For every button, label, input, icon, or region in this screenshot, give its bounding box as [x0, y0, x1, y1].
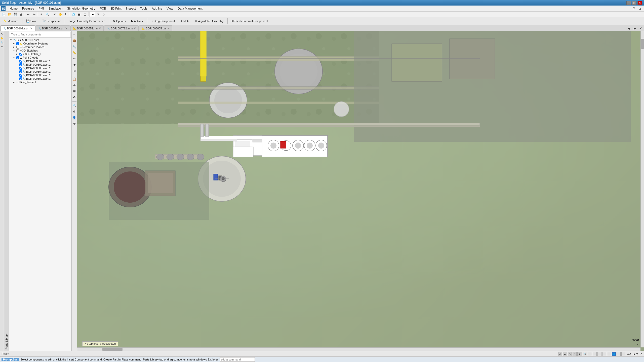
qt-print[interactable]: 🖨	[18, 12, 24, 17]
tab-close-1[interactable]: ✕	[65, 27, 67, 30]
tree-item-root[interactable]: ▼ 🔧 BGR-000101.asm	[9, 38, 71, 42]
qt-zoom[interactable]: 🔍	[45, 12, 50, 17]
tab-bgr003005[interactable]: 📐 BGR-003005.par ✕	[139, 25, 172, 31]
check-coord[interactable]	[16, 42, 19, 45]
ribbon-activate[interactable]: ▶ Activate	[129, 18, 146, 24]
check-501[interactable]	[19, 60, 22, 63]
check-sketch[interactable]	[16, 49, 19, 52]
close-button[interactable]: ✕	[637, 1, 642, 5]
menu-tools[interactable]: Tools	[138, 6, 149, 11]
app-icon[interactable]: SE	[1, 6, 6, 11]
tree-3d-sketches[interactable]: ▼ ✏ 3D Sketches	[9, 49, 71, 52]
menu-simulation-geometry[interactable]: Simulation Geometry	[65, 6, 97, 11]
menu-inspect[interactable]: Inspect	[124, 6, 138, 11]
menu-features[interactable]: Features	[20, 6, 36, 11]
left-tool-zoom[interactable]: 🔍	[0, 41, 4, 44]
left-tool-rotate[interactable]: ↻	[0, 45, 4, 49]
ribbon-large-assembly[interactable]: Large Assembly Performance	[66, 19, 107, 24]
scrollbar-thumb-v[interactable]	[641, 39, 644, 49]
qt-save[interactable]: 💾	[13, 12, 18, 17]
scrollbar-thumb-h[interactable]	[102, 348, 123, 351]
ribbon-measure[interactable]: 📏 Measure	[1, 18, 21, 24]
command-input[interactable]	[220, 357, 255, 362]
tab-bgr000101[interactable]: 🔧 BGR-000101.asm ✕	[1, 25, 35, 31]
ribbon-mate[interactable]: ⊕ Mate	[178, 18, 192, 24]
check-505[interactable]	[19, 74, 22, 77]
check-sk1[interactable]	[19, 53, 22, 56]
check-500[interactable]	[19, 77, 22, 80]
viewport[interactable]: No top level part selected TOP ▼	[77, 31, 644, 351]
qt-shaded[interactable]: ◼	[76, 12, 82, 17]
tab-bgr000712[interactable]: 🔧 BGR-000712.asm ✕	[104, 25, 139, 31]
icon-strip-replace[interactable]: ♻	[72, 95, 77, 100]
qt-open[interactable]: 📂	[7, 12, 12, 17]
scrollbar-horizontal[interactable]	[77, 347, 640, 351]
icon-strip-user[interactable]: 👤	[72, 115, 77, 120]
tree-bgr000501[interactable]: 🔧 BGR-000501.asm:1	[9, 59, 71, 63]
tab-close-3[interactable]: ✕	[134, 27, 136, 30]
check-504[interactable]	[19, 70, 22, 73]
tree-reference-planes[interactable]: ▶ ▭ Reference Planes	[9, 45, 71, 49]
icon-strip-properties[interactable]: 📋	[72, 77, 77, 82]
left-tool-select[interactable]: ↖	[0, 32, 4, 36]
tree-bgr000504[interactable]: 🔧 BGR-000504.asm:1	[9, 70, 71, 73]
ribbon-minimize-button[interactable]: ▲	[637, 6, 643, 11]
check-502[interactable]	[19, 63, 22, 66]
ribbon-perspective[interactable]: 🔭 Perspective	[40, 18, 63, 24]
menu-3dprint[interactable]: 3D Print	[108, 6, 123, 11]
tab-close-0[interactable]: ✕	[30, 27, 32, 30]
icon-strip-mate[interactable]: ⊕	[72, 83, 77, 88]
ribbon-save[interactable]: 💾 Save	[24, 18, 39, 24]
parts-search-input[interactable]	[10, 32, 70, 37]
tab-bgr000756[interactable]: 🔧 BGR-000756.asm ✕	[35, 25, 70, 31]
menu-home[interactable]: Home	[8, 6, 20, 11]
qt-new[interactable]: 📄	[1, 12, 7, 17]
tab-next[interactable]: ▶	[632, 26, 637, 31]
menu-pmi[interactable]: PMI	[36, 6, 46, 11]
menu-pcb[interactable]: PCB	[98, 6, 108, 11]
ribbon-adjustable-assembly[interactable]: ⇔ Adjustable Assembly	[193, 18, 226, 24]
menu-datamanagement[interactable]: Data Management	[176, 6, 205, 11]
icon-strip-parts[interactable]: 📦	[72, 38, 77, 43]
ribbon-create-internal[interactable]: ⊞ Create Internal Component	[229, 18, 270, 24]
tab-prev[interactable]: ◀	[626, 26, 631, 31]
tree-bgr000500[interactable]: 🔧 BGR-000500.asm:1	[9, 77, 71, 80]
ribbon-options[interactable]: ⚙ Options	[111, 18, 128, 24]
qt-undo[interactable]: ↩	[26, 12, 31, 17]
check-pc[interactable]	[16, 56, 19, 59]
ribbon-drag-component[interactable]: ↕ Drag Component	[149, 19, 177, 24]
scrollbar-vertical[interactable]	[640, 31, 644, 347]
tab-close-2[interactable]: ✕	[99, 27, 101, 30]
tree-coordinate-systems[interactable]: ▶ 📐 Coordinate Systems	[9, 42, 71, 45]
left-tool-pan[interactable]: ✋	[0, 36, 4, 40]
icon-strip-view[interactable]: 👁	[72, 62, 77, 67]
qt-more[interactable]: ▷	[101, 12, 107, 17]
tree-point-clouds[interactable]: ▼ ☁ Point Clouds	[9, 56, 71, 59]
icon-strip-measure[interactable]: 📏	[72, 50, 77, 55]
menu-addins[interactable]: Add Ins	[150, 6, 164, 11]
tree-bgr000503[interactable]: 🔧 BGR-000503.asm:1	[9, 66, 71, 70]
icon-strip-tools[interactable]: 🔧	[72, 44, 77, 49]
tab-close-4[interactable]: ✕	[168, 27, 170, 30]
icon-strip-settings[interactable]: ⚙	[72, 109, 77, 114]
view-dropdown[interactable]	[90, 12, 95, 17]
qt-redo[interactable]: ↪	[31, 12, 37, 17]
tree-3dsketch1[interactable]: ▶ ✏ 3D Sketch_1	[9, 52, 71, 56]
icon-strip-display[interactable]: 🖥	[72, 68, 77, 73]
qt-fit[interactable]: ⤢	[52, 12, 57, 17]
icon-strip-bottom[interactable]: ⊗	[72, 121, 77, 126]
tab-close-all[interactable]: ✕	[638, 26, 643, 31]
icon-strip-sketch[interactable]: ✏	[72, 56, 77, 61]
qt-display[interactable]: 🧊	[71, 12, 76, 17]
check-503[interactable]	[19, 67, 22, 70]
menu-view[interactable]: View	[165, 6, 175, 11]
help-button[interactable]: ?	[631, 6, 637, 11]
maximize-button[interactable]: □	[632, 1, 636, 5]
qt-pan[interactable]: ✋	[58, 12, 63, 17]
menu-simulation[interactable]: Simulation	[47, 6, 65, 11]
icon-strip-pattern[interactable]: ⊞	[72, 89, 77, 94]
tab-bgr000652[interactable]: 📐 BGR-000652.par ✕	[70, 25, 104, 31]
check-refplane[interactable]	[16, 46, 19, 49]
tree-bgr000505[interactable]: 🔧 BGR-000505.asm:1	[9, 73, 71, 77]
minimize-button[interactable]: —	[626, 1, 631, 5]
